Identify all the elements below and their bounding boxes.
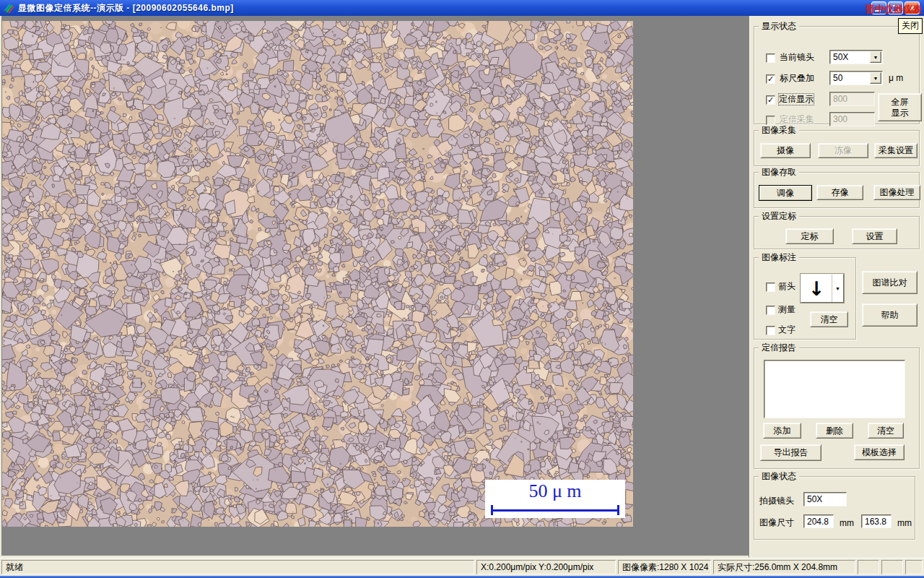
arrow-style-select[interactable]: ↓ ▼ [801, 274, 844, 303]
status-actual-size: 实际尺寸:256.0mm X 204.8mm [713, 560, 855, 574]
fixed-display-label: 定倍显示 [779, 94, 814, 105]
group-report: 定倍报告 添加 删除 清空 导出报告 模板选择 [754, 348, 920, 469]
image-width-value: 204.8 [803, 514, 834, 528]
text-checkbox[interactable] [766, 326, 775, 335]
scalebar-tick-right [617, 505, 619, 515]
current-lens-checkbox[interactable] [766, 53, 775, 63]
chevron-down-icon[interactable]: ▼ [870, 51, 881, 63]
current-lens-label: 当前镜头 [780, 52, 814, 63]
group-display-status: 显示状态 当前镜头 50X ▼ ✓ 标尺叠加 50 ▼ μ m ✓ 定倍显示 8… [754, 26, 920, 124]
client-area: 50 μ m [0, 16, 749, 558]
fullscreen-line2: 显示 [892, 108, 909, 118]
status-spare-2 [881, 560, 903, 574]
fullscreen-button[interactable]: 全屏 显示 [878, 93, 922, 121]
current-lens-select[interactable]: 50X ▼ [829, 50, 883, 64]
measure-label: 测量 [778, 304, 796, 315]
ruler-overlay-checkbox[interactable]: ✓ [766, 74, 775, 84]
group-calibration: 设置定标 定标 设置 [754, 216, 920, 249]
report-clear-button[interactable]: 清空 [868, 423, 904, 439]
micrograph-viewport: 50 μ m [2, 21, 633, 527]
shoot-lens-label: 拍摄镜头 [759, 496, 794, 506]
shoot-lens-value: 50X [803, 492, 847, 506]
status-ready: 就绪 [1, 560, 474, 574]
arrow-checkbox[interactable] [766, 282, 775, 292]
fixed-capture-input: 300 [829, 112, 875, 126]
group-image-status: 图像状态 拍摄镜头 50X 图像尺寸 204.8 mm 163.8 mm [754, 476, 915, 540]
status-spare-1 [858, 560, 879, 574]
image-process-button[interactable]: 图像处理 [873, 185, 920, 200]
fixed-capture-label: 定倍采集 [780, 114, 814, 125]
ruler-size-value: 50 [833, 73, 842, 83]
fixed-display-input: 800 [829, 92, 875, 106]
status-spare-3 [905, 560, 923, 574]
save-image-button[interactable]: 存像 [816, 185, 863, 200]
vendor-watermark: 晋中仪器仪表 [866, 3, 922, 16]
group-report-title: 定倍报告 [759, 342, 799, 353]
report-delete-button[interactable]: 删除 [816, 423, 853, 439]
shoot-button[interactable]: 摄像 [760, 143, 811, 158]
image-size-label: 图像尺寸 [759, 517, 794, 528]
fixed-display-checkbox[interactable]: ✓ [766, 95, 775, 105]
check-icon: ✓ [767, 75, 774, 83]
arrow-down-icon: ↓ [801, 275, 832, 302]
group-image-status-title: 图像状态 [759, 471, 799, 482]
ruler-size-select[interactable]: 50 ▼ [829, 71, 883, 85]
scalebar-label: 50 μ m [485, 480, 625, 502]
arrow-label: 箭头 [778, 281, 796, 292]
ruler-unit-label: μ m [889, 73, 903, 84]
text-label: 文字 [778, 324, 796, 335]
image-width-unit: mm [840, 518, 854, 529]
micrograph-image [2, 21, 633, 527]
current-lens-value: 50X [833, 52, 848, 62]
template-select-button[interactable]: 模板选择 [854, 444, 905, 460]
report-add-button[interactable]: 添加 [763, 423, 801, 439]
fullscreen-line1: 全屏 [892, 97, 909, 108]
help-button[interactable]: 帮助 [862, 303, 918, 327]
load-image-button[interactable]: 调像 [759, 185, 812, 201]
group-annotation: 图像标注 箭头 ↓ ▼ 测量 文字 清空 [754, 257, 856, 340]
workspace-background: 50 μ m [1, 16, 749, 556]
export-report-button[interactable]: 导出报告 [760, 444, 821, 461]
control-panel: 显示状态 当前镜头 50X ▼ ✓ 标尺叠加 50 ▼ μ m ✓ 定倍显示 8… [749, 16, 924, 558]
group-image-capture-title: 图像采集 [759, 125, 799, 136]
ruler-overlay-label: 标尺叠加 [780, 73, 814, 84]
group-image-capture: 图像采集 摄像 冻像 采集设置 [754, 130, 920, 166]
image-height-value: 163.8 [861, 514, 892, 528]
clear-annotations-button[interactable]: 清空 [810, 311, 848, 327]
scalebar-tick-left [491, 505, 493, 515]
fixed-capture-checkbox [766, 116, 775, 125]
scalebar-overlay: 50 μ m [485, 480, 625, 518]
app-icon [3, 2, 14, 14]
close-tooltip: 关闭 [898, 18, 923, 34]
image-height-unit: mm [897, 518, 912, 529]
group-calibration-title: 设置定标 [759, 211, 799, 222]
calibration-settings-button[interactable]: 设置 [852, 228, 897, 244]
status-bar: 就绪 X:0.200μm/pix Y:0.200μm/pix 图像像素:1280… [0, 558, 924, 576]
calibrate-button[interactable]: 定标 [785, 228, 834, 244]
check-icon: ✓ [767, 96, 774, 104]
group-annotation-title: 图像标注 [759, 252, 799, 263]
title-bar: 显微图像定倍系统--演示版 - [20090602055646.bmp] [0, 0, 924, 16]
window-title: 显微图像定倍系统--演示版 - [20090602055646.bmp] [18, 2, 234, 14]
report-listbox[interactable] [764, 360, 905, 418]
status-image-pixels: 图像像素:1280 X 1024 [618, 560, 711, 574]
chevron-down-icon[interactable]: ▼ [870, 72, 881, 84]
status-pixel-scale: X:0.200μm/pix Y:0.200μm/pix [476, 560, 616, 574]
chevron-down-icon[interactable]: ▼ [832, 275, 843, 302]
scalebar-line [491, 509, 619, 512]
measure-checkbox[interactable] [766, 306, 775, 315]
freeze-button: 冻像 [818, 143, 868, 158]
group-image-storage-title: 图像存取 [759, 167, 799, 178]
capture-settings-button[interactable]: 采集设置 [874, 143, 918, 158]
group-image-storage: 图像存取 调像 存像 图像处理 [754, 172, 920, 208]
group-display-status-title: 显示状态 [759, 21, 799, 32]
atlas-compare-button[interactable]: 图谱比对 [862, 271, 918, 294]
